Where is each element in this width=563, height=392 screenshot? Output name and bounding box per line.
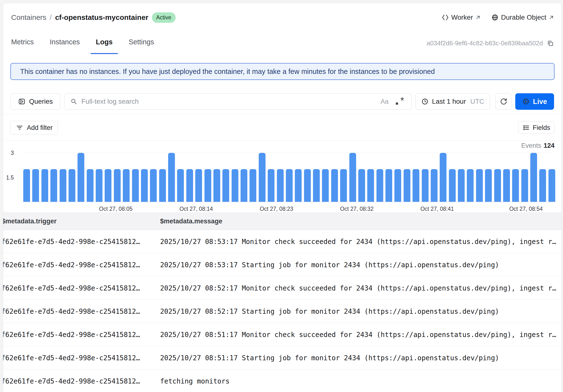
breadcrumb-containers-link[interactable]: Containers [11, 13, 46, 22]
histogram-bar[interactable] [521, 169, 528, 202]
histogram-bar[interactable] [349, 153, 356, 202]
histogram-bar[interactable] [105, 169, 111, 202]
histogram-bar[interactable] [376, 169, 383, 202]
histogram-bar[interactable] [467, 169, 473, 202]
histogram-bar[interactable] [32, 169, 39, 202]
histogram-bar[interactable] [295, 169, 302, 202]
histogram-bar[interactable] [476, 169, 483, 202]
histogram-bar[interactable] [41, 169, 48, 202]
histogram-bar[interactable] [159, 169, 166, 202]
histogram-bar[interactable] [449, 169, 456, 202]
live-button[interactable]: Live [515, 93, 554, 110]
histogram-bar[interactable] [123, 169, 130, 202]
histogram-bar[interactable] [96, 169, 102, 202]
histogram-bar[interactable] [114, 169, 121, 202]
histogram-bar[interactable] [431, 169, 437, 202]
container-detail-card: Containers / cf-openstatus-mycontainer A… [3, 3, 562, 392]
histogram-bar[interactable] [277, 169, 284, 202]
histogram-bar[interactable] [69, 169, 75, 202]
histogram-bar[interactable] [141, 169, 148, 202]
add-filter-button[interactable]: Add filter [10, 121, 58, 134]
log-row[interactable]: f62e61fe-e7d5-4ed2-998e-c25415812…2025/1… [3, 346, 561, 369]
histogram-bar[interactable] [168, 153, 175, 202]
log-message-cell: 2025/10/27 08:52:17 Monitor check succee… [160, 284, 556, 292]
histogram-bar[interactable] [367, 169, 374, 202]
log-row[interactable]: f62e61fe-e7d5-4ed2-998e-c25415812…2025/1… [3, 323, 561, 346]
histogram-bar[interactable] [512, 169, 519, 202]
histogram-bar[interactable] [241, 169, 247, 202]
refresh-button[interactable] [495, 93, 512, 110]
histogram-bar[interactable] [539, 169, 546, 202]
histogram-bar[interactable] [304, 169, 311, 202]
histogram-bar[interactable] [87, 169, 93, 202]
queries-button[interactable]: Queries [10, 93, 60, 110]
chart-y-axis: 1.53 [3, 151, 17, 202]
histogram-bar[interactable] [385, 169, 392, 202]
log-row[interactable]: f62e61fe-e7d5-4ed2-998e-c25415812…2025/1… [3, 277, 561, 300]
tab-instances[interactable]: Instances [44, 37, 85, 47]
histogram-bar[interactable] [205, 169, 211, 202]
histogram-bar[interactable] [458, 169, 465, 202]
column-header-trigger[interactable]: $metadata.trigger [3, 217, 57, 225]
log-message-cell: 2025/10/27 08:52:17 Starting job for mon… [160, 307, 499, 315]
search-input[interactable] [81, 98, 377, 105]
histogram-bar[interactable] [549, 169, 555, 202]
log-message-cell: 2025/10/27 08:53:17 Monitor check succee… [160, 237, 556, 245]
log-row[interactable]: f62e61fe-e7d5-4ed2-998e-c25415812…2025/1… [3, 230, 561, 253]
log-row[interactable]: f62e61fe-e7d5-4ed2-998e-c25415812…2025/1… [3, 300, 561, 323]
histogram-bar[interactable] [77, 153, 84, 202]
tab-logs[interactable]: Logs [90, 37, 118, 47]
histogram-bar[interactable] [186, 169, 193, 202]
histogram-bar[interactable] [286, 169, 293, 202]
histogram-bar[interactable] [268, 169, 274, 202]
page-title: cf-openstatus-mycontainer [55, 13, 148, 22]
histogram-bar[interactable] [250, 169, 256, 202]
histogram-bar[interactable] [231, 169, 238, 202]
fields-button[interactable]: Fields [518, 122, 554, 134]
log-row[interactable]: f62e61fe-e7d5-4ed2-998e-c25415812…2025/1… [3, 253, 561, 277]
x-axis-tick-label: Oct 27, 08:32 [340, 206, 373, 212]
histogram-bar[interactable] [404, 169, 410, 202]
histogram-bar[interactable] [440, 153, 447, 202]
histogram-bar[interactable] [485, 169, 492, 202]
histogram-bar[interactable] [494, 169, 501, 202]
histogram-bar[interactable] [331, 169, 338, 202]
log-message-cell: 2025/10/27 08:53:17 Starting job for mon… [160, 261, 499, 269]
histogram-bar[interactable] [132, 169, 139, 202]
histogram-bar[interactable] [177, 169, 184, 202]
tab-settings[interactable]: Settings [123, 37, 159, 47]
histogram-bar[interactable] [530, 153, 537, 202]
tab-metrics[interactable]: Metrics [6, 37, 39, 47]
worker-link-label: Worker [451, 13, 473, 21]
queries-panel-icon [18, 98, 26, 105]
x-axis-tick-label: Oct 27, 08:54 [509, 206, 543, 212]
histogram-bar[interactable] [322, 169, 329, 202]
banner-text: This container has no instances. If you … [20, 68, 435, 76]
log-row[interactable]: f62e61fe-e7d5-4ed2-998e-c25415812…fetchi… [3, 369, 561, 392]
histogram-bar[interactable] [195, 169, 202, 202]
histogram-bar[interactable] [313, 169, 320, 202]
column-header-message[interactable]: $metadata.message [160, 217, 222, 225]
histogram-bar[interactable] [412, 169, 419, 202]
external-arrow-icon [475, 15, 481, 20]
histogram-bar[interactable] [60, 169, 66, 202]
copy-icon[interactable] [547, 40, 554, 47]
histogram-bar[interactable] [358, 169, 365, 202]
case-sensitivity-toggle[interactable]: Aa [381, 98, 389, 105]
histogram-bar[interactable] [422, 169, 429, 202]
histogram-bar[interactable] [222, 169, 229, 202]
regex-toggle-icon[interactable]: * [395, 97, 404, 106]
y-axis-tick-label: 3 [11, 150, 14, 156]
histogram-bar[interactable] [503, 169, 510, 202]
histogram-bar[interactable] [394, 169, 401, 202]
histogram-bar[interactable] [50, 169, 57, 202]
histogram-bar[interactable] [259, 153, 266, 202]
durable-object-link[interactable]: Durable Object [491, 13, 554, 21]
histogram-bar[interactable] [150, 169, 157, 202]
histogram-bar[interactable] [340, 169, 347, 202]
time-range-button[interactable]: Last 1 hour UTC [415, 93, 490, 110]
worker-link[interactable]: Worker [442, 13, 481, 21]
log-search-box: Aa * [64, 93, 412, 110]
histogram-bar[interactable] [23, 169, 30, 202]
histogram-bar[interactable] [213, 169, 220, 202]
